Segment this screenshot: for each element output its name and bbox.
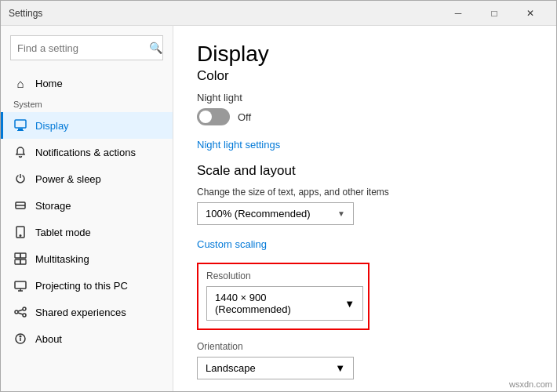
chevron-down-icon: ▼ (344, 298, 355, 310)
resolution-label: Resolution (206, 270, 360, 281)
svg-point-16 (23, 314, 26, 317)
scale-row: Change the size of text, apps, and other… (197, 187, 533, 225)
sidebar-item-label: Notifications & actions (35, 147, 136, 158)
scale-dropdown-label: Change the size of text, apps, and other… (197, 187, 533, 198)
titlebar: Settings ─ □ ✕ (1, 1, 556, 26)
window-title: Settings (9, 8, 42, 19)
sidebar: 🔍 ⌂ Home System Display Notif (1, 26, 173, 391)
night-light-row: Night light Off (197, 92, 533, 125)
scale-value: 100% (Recommended) (206, 208, 311, 220)
svg-line-17 (18, 310, 23, 311)
sidebar-item-tablet[interactable]: Tablet mode (1, 219, 173, 245)
night-light-state: Off (238, 111, 251, 123)
settings-window: Settings ─ □ ✕ 🔍 ⌂ Home System (0, 0, 557, 392)
night-light-label: Night light (197, 92, 533, 103)
chevron-down-icon: ▼ (335, 362, 345, 374)
sidebar-section-system: System (1, 96, 173, 112)
svg-rect-1 (18, 129, 23, 130)
multitasking-icon (13, 252, 27, 266)
night-light-toggle[interactable] (197, 108, 230, 125)
resolution-value: 1440 × 900 (Recommended) (215, 292, 344, 315)
svg-point-15 (23, 307, 26, 310)
orientation-row: Orientation Landscape ▼ (197, 341, 533, 379)
color-section-title: Color (197, 68, 533, 84)
svg-point-14 (15, 310, 18, 314)
scale-section-title: Scale and layout (197, 163, 533, 179)
orientation-dropdown[interactable]: Landscape ▼ (197, 357, 354, 379)
svg-rect-10 (20, 260, 26, 264)
sidebar-item-display[interactable]: Display (1, 112, 173, 139)
svg-rect-9 (15, 260, 20, 264)
tablet-icon (13, 225, 27, 239)
orientation-value: Landscape (206, 362, 256, 374)
sidebar-item-power[interactable]: Power & sleep (1, 165, 173, 192)
svg-rect-2 (17, 130, 24, 131)
projecting-icon (13, 278, 27, 292)
about-icon (13, 332, 27, 346)
shared-icon (13, 305, 27, 319)
minimize-button[interactable]: ─ (440, 1, 476, 26)
sidebar-item-storage[interactable]: Storage (1, 192, 173, 219)
close-button[interactable]: ✕ (512, 1, 548, 26)
window-controls: ─ □ ✕ (440, 1, 548, 26)
sidebar-item-shared[interactable]: Shared experiences (1, 299, 173, 325)
sidebar-item-about[interactable]: About (1, 325, 173, 352)
sidebar-item-label: Multitasking (35, 253, 89, 265)
notifications-icon (13, 145, 27, 159)
home-icon: ⌂ (13, 76, 27, 90)
maximize-button[interactable]: □ (476, 1, 512, 26)
power-icon (13, 172, 27, 186)
sidebar-item-label: Shared experiences (35, 307, 126, 318)
svg-point-21 (20, 336, 21, 337)
sidebar-item-label: Projecting to this PC (35, 280, 128, 292)
custom-scaling-link[interactable]: Custom scaling (197, 238, 267, 250)
svg-rect-0 (15, 120, 26, 128)
search-input[interactable] (17, 42, 149, 54)
chevron-down-icon: ▼ (337, 209, 345, 218)
sidebar-item-label: Home (35, 78, 63, 89)
night-light-toggle-row: Off (197, 108, 533, 125)
resolution-box: Resolution 1440 × 900 (Recommended) ▼ (197, 263, 370, 330)
svg-rect-7 (15, 253, 20, 258)
sidebar-item-notifications[interactable]: Notifications & actions (1, 139, 173, 165)
svg-line-18 (18, 313, 23, 314)
sidebar-item-projecting[interactable]: Projecting to this PC (1, 272, 173, 299)
svg-point-6 (20, 235, 21, 237)
sidebar-item-label: Storage (35, 200, 71, 212)
night-light-settings-link[interactable]: Night light settings (197, 139, 280, 151)
resolution-dropdown[interactable]: 1440 × 900 (Recommended) ▼ (206, 286, 363, 321)
sidebar-item-label: Display (35, 120, 69, 132)
scale-dropdown[interactable]: 100% (Recommended) ▼ (197, 202, 354, 225)
sidebar-item-label: Tablet mode (35, 227, 91, 238)
search-icon: 🔍 (149, 42, 162, 54)
svg-rect-11 (15, 281, 26, 289)
sidebar-item-multitasking[interactable]: Multitasking (1, 245, 173, 272)
sidebar-item-home[interactable]: ⌂ Home (1, 70, 173, 96)
sidebar-item-label: Power & sleep (35, 173, 101, 185)
main-panel: Display Color Night light Off Night ligh… (173, 26, 556, 391)
svg-rect-8 (20, 253, 26, 258)
storage-icon (13, 198, 27, 212)
orientation-label: Orientation (197, 341, 533, 352)
watermark: wsxdn.com (509, 379, 552, 389)
search-box[interactable]: 🔍 (10, 35, 163, 60)
sidebar-item-label: About (35, 333, 62, 345)
main-content: 🔍 ⌂ Home System Display Notif (1, 26, 556, 391)
display-icon (13, 118, 27, 132)
page-title: Display (197, 42, 533, 67)
